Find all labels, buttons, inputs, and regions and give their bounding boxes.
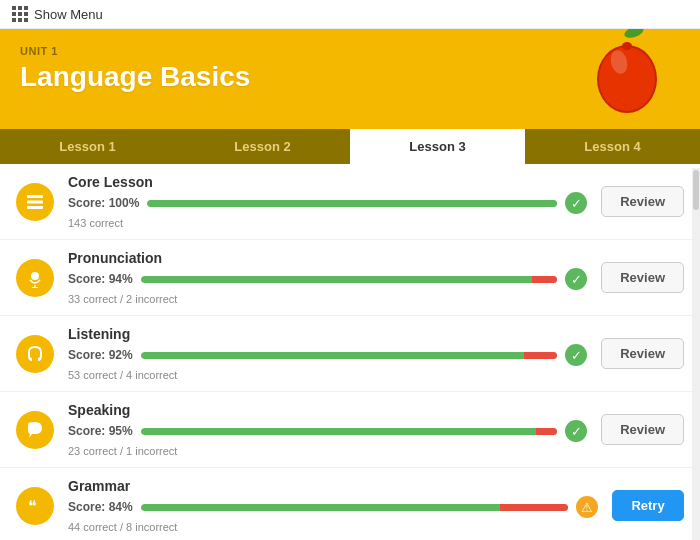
pronunciation-progress-bg xyxy=(141,276,557,283)
speaking-progress-green xyxy=(141,428,537,435)
svg-point-2 xyxy=(599,47,655,111)
list-item: Pronunciation Score: 94% ✓ 33 correct / … xyxy=(0,240,700,316)
speaking-score-row: Score: 95% ✓ xyxy=(68,420,587,442)
grammar-correct: 44 correct / 8 incorrect xyxy=(68,521,598,533)
tab-lesson2[interactable]: Lesson 2 xyxy=(175,129,350,164)
pronunciation-review-button[interactable]: Review xyxy=(601,262,684,293)
listening-name: Listening xyxy=(68,326,587,342)
pronunciation-progress-red xyxy=(532,276,557,283)
list-item: Listening Score: 92% ✓ 53 correct / 4 in… xyxy=(0,316,700,392)
listening-correct: 53 correct / 4 incorrect xyxy=(68,369,587,381)
listening-info: Listening Score: 92% ✓ 53 correct / 4 in… xyxy=(68,326,587,381)
speaking-review-button[interactable]: Review xyxy=(601,414,684,445)
grammar-progress-bg xyxy=(141,504,568,511)
listening-progress-green xyxy=(141,352,524,359)
scrollbar-thumb[interactable] xyxy=(693,170,699,210)
speaking-progress-red xyxy=(536,428,557,435)
listening-status-icon: ✓ xyxy=(565,344,587,366)
svg-rect-6 xyxy=(27,200,43,203)
pronunciation-name: Pronunciation xyxy=(68,250,587,266)
core-lesson-status-icon: ✓ xyxy=(565,192,587,214)
list-item: ❝ Grammar Score: 84% ⚠ 44 correct / 8 in… xyxy=(0,468,700,536)
list-item: Speaking Score: 95% ✓ 23 correct / 1 inc… xyxy=(0,392,700,468)
lesson-tabs: Lesson 1 Lesson 2 Lesson 3 Lesson 4 xyxy=(0,129,700,164)
grammar-score: Score: 84% xyxy=(68,500,133,514)
core-lesson-score: Score: 100% xyxy=(68,196,139,210)
svg-rect-5 xyxy=(27,195,43,198)
svg-text:❝: ❝ xyxy=(28,498,37,515)
core-lesson-score-row: Score: 100% ✓ xyxy=(68,192,587,214)
unit-title: Language Basics xyxy=(20,61,680,93)
scrollbar[interactable] xyxy=(692,168,700,540)
listening-score-row: Score: 92% ✓ xyxy=(68,344,587,366)
speaking-name: Speaking xyxy=(68,402,587,418)
pronunciation-score: Score: 94% xyxy=(68,272,133,286)
core-lesson-progress-bg xyxy=(147,200,557,207)
speaking-progress-bg xyxy=(141,428,557,435)
header-banner: UNIT 1 Language Basics xyxy=(0,29,700,129)
speaking-info: Speaking Score: 95% ✓ 23 correct / 1 inc… xyxy=(68,402,587,457)
unit-label: UNIT 1 xyxy=(20,45,680,57)
menu-grid-icon xyxy=(12,6,26,22)
pronunciation-info: Pronunciation Score: 94% ✓ 33 correct / … xyxy=(68,250,587,305)
listening-score: Score: 92% xyxy=(68,348,133,362)
speaking-correct: 23 correct / 1 incorrect xyxy=(68,445,587,457)
pronunciation-status-icon: ✓ xyxy=(565,268,587,290)
core-lesson-correct: 143 correct xyxy=(68,217,587,229)
core-lesson-name: Core Lesson xyxy=(68,174,587,190)
grammar-name: Grammar xyxy=(68,478,598,494)
svg-point-4 xyxy=(622,42,632,50)
content-area: Core Lesson Score: 100% ✓ 143 correct Re… xyxy=(0,164,700,536)
apple-decoration xyxy=(585,29,670,119)
grammar-progress-red xyxy=(500,504,568,511)
core-lesson-icon xyxy=(16,183,54,221)
pronunciation-correct: 33 correct / 2 incorrect xyxy=(68,293,587,305)
svg-point-8 xyxy=(31,272,39,280)
list-item: Core Lesson Score: 100% ✓ 143 correct Re… xyxy=(0,164,700,240)
top-bar: Show Menu xyxy=(0,0,700,29)
grammar-icon: ❝ xyxy=(16,487,54,525)
pronunciation-score-row: Score: 94% ✓ xyxy=(68,268,587,290)
grammar-info: Grammar Score: 84% ⚠ 44 correct / 8 inco… xyxy=(68,478,598,533)
speaking-icon xyxy=(16,411,54,449)
grammar-progress-green xyxy=(141,504,500,511)
core-lesson-info: Core Lesson Score: 100% ✓ 143 correct xyxy=(68,174,587,229)
tab-lesson4[interactable]: Lesson 4 xyxy=(525,129,700,164)
svg-rect-7 xyxy=(27,206,43,209)
show-menu-label[interactable]: Show Menu xyxy=(34,7,103,22)
listening-progress-red xyxy=(524,352,557,359)
grammar-score-row: Score: 84% ⚠ xyxy=(68,496,598,518)
listening-icon xyxy=(16,335,54,373)
grammar-status-icon: ⚠ xyxy=(576,496,598,518)
app-wrapper: Show Menu UNIT 1 Language Basics Lesson … xyxy=(0,0,700,536)
speaking-score: Score: 95% xyxy=(68,424,133,438)
tab-lesson1[interactable]: Lesson 1 xyxy=(0,129,175,164)
tab-lesson3[interactable]: Lesson 3 xyxy=(350,129,525,164)
pronunciation-icon xyxy=(16,259,54,297)
pronunciation-progress-green xyxy=(141,276,532,283)
listening-progress-bg xyxy=(141,352,557,359)
core-lesson-review-button[interactable]: Review xyxy=(601,186,684,217)
grammar-retry-button[interactable]: Retry xyxy=(612,490,684,521)
svg-point-0 xyxy=(623,29,645,40)
core-lesson-progress-green xyxy=(147,200,557,207)
listening-review-button[interactable]: Review xyxy=(601,338,684,369)
speaking-status-icon: ✓ xyxy=(565,420,587,442)
